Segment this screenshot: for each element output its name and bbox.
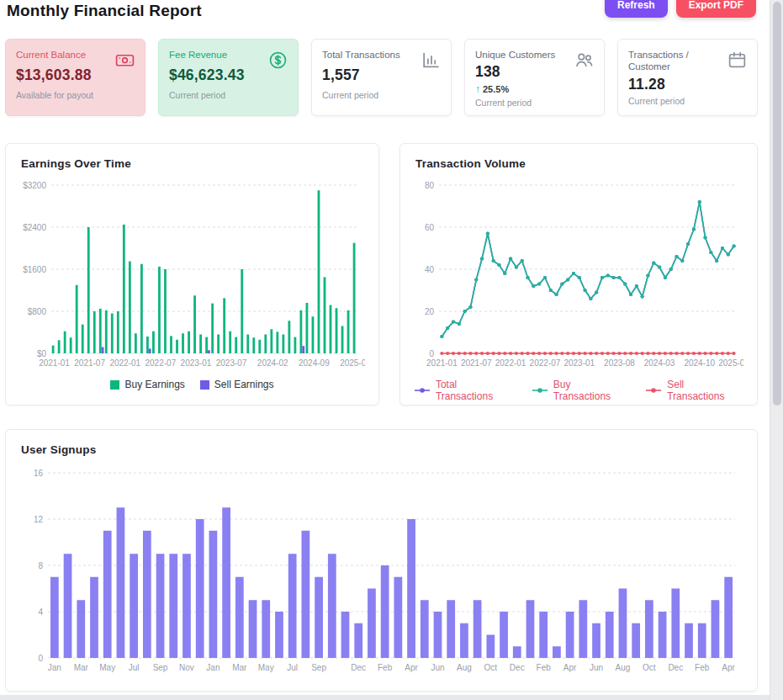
svg-text:16: 16 [34, 469, 44, 478]
svg-text:Feb: Feb [537, 663, 552, 672]
earnings-over-time-card: Earnings Over Time $0$800$1600$2400$3200… [5, 143, 379, 406]
kpi-card-fee-revenue: Fee Revenue $46,623.43 Current period [158, 39, 299, 116]
kpi-title: Unique Customers [475, 49, 565, 61]
svg-text:$1600: $1600 [23, 265, 46, 274]
svg-text:Dec: Dec [510, 663, 525, 672]
legend-item[interactable]: Total Transactions [414, 379, 516, 402]
svg-text:2023-01: 2023-01 [563, 358, 595, 368]
svg-text:Mar: Mar [232, 663, 247, 672]
page-header: Monthly Financial Report Refresh Export … [0, 0, 770, 20]
svg-text:2024-10: 2024-10 [684, 358, 715, 368]
kpi-card-total-transactions: Total Transactions 1,557 Current period [311, 39, 452, 116]
svg-text:2022-07: 2022-07 [145, 358, 177, 368]
signups-row: User Signups 0481216JanMarMayJulSepNovJa… [0, 429, 770, 692]
legend-item[interactable]: Sell Transactions [645, 379, 743, 402]
kpi-subtitle: Current period [475, 98, 594, 108]
svg-text:2023-08: 2023-08 [604, 358, 635, 368]
kpi-title: Total Transactions [322, 49, 412, 61]
svg-text:Jun: Jun [590, 663, 603, 672]
svg-text:2021-01: 2021-01 [39, 358, 70, 368]
svg-text:Jul: Jul [287, 663, 298, 672]
svg-text:Jan: Jan [206, 663, 220, 672]
chart-title: User Signups [21, 443, 743, 456]
svg-text:2024-03: 2024-03 [644, 358, 675, 368]
bar-chart-icon [421, 50, 442, 71]
svg-text:2023-01: 2023-01 [181, 358, 212, 368]
svg-text:Mar: Mar [74, 663, 89, 672]
kpi-title: Fee Revenue [169, 49, 259, 61]
svg-text:2025-04: 2025-04 [340, 358, 365, 368]
kpi-row: Current Balance $13,603.88 Available for… [0, 39, 770, 116]
svg-text:2021-07: 2021-07 [74, 358, 105, 368]
dollar-circle-icon [267, 50, 288, 71]
svg-text:2024-02: 2024-02 [257, 358, 288, 368]
kpi-subtitle: Available for payout [16, 90, 135, 100]
svg-text:Aug: Aug [457, 663, 472, 672]
svg-text:0: 0 [429, 349, 434, 358]
svg-text:$2400: $2400 [23, 223, 46, 232]
arrow-up-icon: ↑ [475, 83, 480, 95]
legend-label: Buy Transactions [553, 379, 630, 402]
svg-text:$0: $0 [37, 349, 47, 358]
svg-text:Apr: Apr [405, 663, 418, 672]
people-icon [574, 50, 595, 71]
svg-text:Jul: Jul [129, 663, 140, 672]
kpi-card-unique-customers: Unique Customers 138 ↑ 25.5% Current per… [464, 39, 605, 116]
kpi-title: Current Balance [16, 49, 106, 61]
scrollbar-thumb[interactable] [773, 2, 781, 406]
refresh-button[interactable]: Refresh [605, 0, 668, 18]
svg-text:40: 40 [425, 265, 435, 274]
svg-text:May: May [258, 663, 274, 672]
kpi-delta: ↑ 25.5% [475, 83, 594, 95]
svg-text:12: 12 [34, 515, 44, 524]
svg-text:Jan: Jan [48, 663, 61, 672]
kpi-title: Transactions / Customer [628, 49, 718, 73]
kpi-card-transactions-per-customer: Transactions / Customer 11.28 Current pe… [617, 39, 758, 116]
svg-text:Dec: Dec [668, 663, 683, 672]
user-signups-card: User Signups 0481216JanMarMayJulSepNovJa… [5, 429, 758, 692]
kpi-subtitle: Current period [628, 96, 747, 106]
svg-text:Jun: Jun [431, 663, 444, 672]
legend-item[interactable]: Sell Earnings [200, 379, 274, 390]
svg-text:Nov: Nov [179, 663, 194, 672]
svg-text:4: 4 [38, 607, 43, 617]
svg-text:Dec: Dec [351, 663, 366, 672]
legend-label: Total Transactions [436, 379, 516, 402]
header-actions: Refresh Export PDF [605, 0, 756, 18]
svg-text:Apr: Apr [563, 663, 577, 672]
legend-label: Sell Earnings [214, 379, 274, 390]
transaction-volume-chart: 0204060802021-012021-072022-012022-07202… [414, 180, 743, 370]
svg-text:60: 60 [425, 223, 435, 232]
svg-text:2023-07: 2023-07 [216, 358, 247, 368]
transaction-volume-card: Transaction Volume 0204060802021-012021-… [399, 143, 758, 406]
svg-text:0: 0 [38, 654, 43, 663]
export-pdf-button[interactable]: Export PDF [676, 0, 756, 18]
legend-point-icon [532, 386, 548, 395]
scrollbar-track[interactable] [770, 0, 783, 700]
legend-item[interactable]: Buy Transactions [532, 379, 630, 402]
svg-text:Oct: Oct [643, 663, 656, 672]
svg-text:Sep: Sep [311, 663, 326, 672]
earnings-chart: $0$800$1600$2400$32002021-012021-072022-… [19, 180, 365, 370]
dashboard-page: Monthly Financial Report Refresh Export … [0, 0, 770, 695]
chart-legend: Total TransactionsBuy TransactionsSell T… [414, 379, 743, 402]
legend-label: Buy Earnings [124, 379, 184, 390]
chart-title: Earnings Over Time [21, 157, 365, 170]
kpi-value: 11.28 [628, 76, 747, 93]
svg-text:20: 20 [425, 307, 435, 316]
legend-label: Sell Transactions [667, 379, 743, 402]
svg-text:$800: $800 [28, 307, 47, 316]
legend-item[interactable]: Buy Earnings [110, 379, 184, 390]
svg-text:Feb: Feb [378, 663, 393, 672]
svg-text:2024-09: 2024-09 [299, 358, 330, 368]
svg-text:8: 8 [38, 561, 43, 570]
chart-legend: Buy EarningsSell Earnings [19, 379, 365, 390]
svg-text:Sep: Sep [153, 663, 168, 672]
svg-text:2025-04: 2025-04 [718, 358, 743, 368]
svg-text:Feb: Feb [695, 663, 710, 672]
kpi-delta-value: 25.5% [483, 84, 509, 94]
svg-text:May: May [99, 663, 115, 672]
svg-text:$3200: $3200 [23, 181, 46, 190]
legend-point-icon [414, 386, 431, 395]
user-signups-chart: 0481216JanMarMayJulSepNovJanMarMayJulSep… [19, 466, 743, 676]
